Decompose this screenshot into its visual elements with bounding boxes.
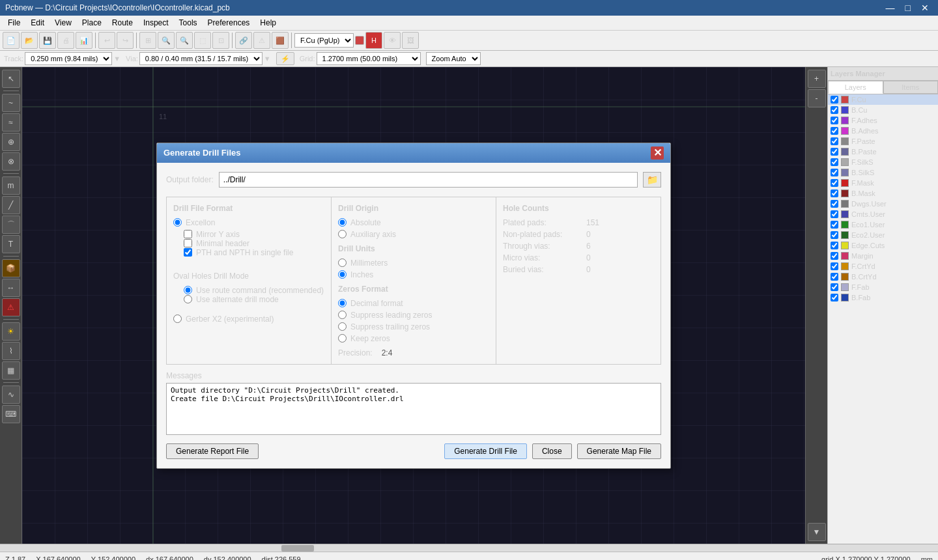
close-btn[interactable]: Close	[532, 443, 572, 459]
horizontal-scrollbar[interactable]	[0, 544, 938, 552]
print-btn[interactable]: 🖨	[57, 32, 74, 49]
measure-btn[interactable]: ↔	[2, 279, 20, 297]
layer-check-b-fab[interactable]	[831, 294, 838, 301]
layer-item-b-adhes[interactable]: B.Adhes	[828, 126, 938, 136]
zoom-area-btn[interactable]: ⬚	[194, 32, 211, 49]
save-btn[interactable]: 💾	[39, 32, 56, 49]
scroll-down-btn[interactable]: ▼	[808, 523, 826, 541]
plot-btn[interactable]: 📊	[76, 32, 92, 49]
render-btn[interactable]: 🖼	[402, 32, 419, 49]
maximize-btn[interactable]: □	[902, 3, 915, 13]
net-inspector-btn[interactable]: ⚡	[276, 52, 294, 65]
layer-item-b-crtyd[interactable]: B.CrtYd	[828, 272, 938, 282]
layer-check-f-mask[interactable]	[831, 179, 838, 187]
generate-report-btn[interactable]: Generate Report File	[166, 443, 259, 459]
suppress-leading-option[interactable]: Suppress leading zeros	[338, 311, 489, 320]
route-track-btn[interactable]: ~	[2, 94, 20, 112]
messages-area[interactable]: Output directory "D:\Circuit Projects\Dr…	[166, 383, 661, 435]
show-hide-btn[interactable]: 👁	[384, 32, 401, 49]
layer-select[interactable]: F.Cu (PgUp) B.Cu	[294, 33, 354, 48]
select-tool[interactable]: ↖	[2, 70, 20, 88]
layer-item-f-crtyd[interactable]: F.CrtYd	[828, 261, 938, 272]
layer-check-b-paste[interactable]	[831, 148, 838, 156]
track-select[interactable]: 0.250 mm (9.84 mils)	[25, 52, 112, 65]
pth-npth-option[interactable]: PTH and NPTH in single file	[184, 248, 324, 257]
redo-btn[interactable]: ↪	[117, 32, 134, 49]
drc-live-btn[interactable]: ⚠	[2, 298, 20, 316]
layer-check-b-adhes[interactable]	[831, 127, 838, 135]
fill-zones-btn[interactable]: ▦	[2, 361, 20, 380]
layer-item-b-fab[interactable]: B.Fab	[828, 292, 938, 303]
zoom-select[interactable]: Zoom Auto	[426, 52, 481, 65]
layer-check-b-cu[interactable]	[831, 106, 838, 114]
layer-check-f-silks[interactable]	[831, 158, 838, 166]
3d-btn[interactable]: 🟫	[272, 32, 289, 49]
use-route-option[interactable]: Use route command (recommended)	[184, 286, 324, 295]
h-scroll-thumb[interactable]	[281, 545, 314, 552]
close-btn[interactable]: ✕	[917, 3, 933, 13]
menu-edit[interactable]: Edit	[25, 17, 50, 29]
mm-option[interactable]: Millimeters	[338, 259, 489, 268]
layer-check-cmts-user[interactable]	[831, 210, 838, 218]
dialog-close-btn[interactable]: ✕	[651, 147, 664, 160]
generate-drill-btn[interactable]: Generate Drill File	[444, 443, 527, 459]
menu-route[interactable]: Route	[107, 17, 138, 29]
layer-item-b-silks[interactable]: B.SilkS	[828, 167, 938, 178]
netlist-btn[interactable]: 🔗	[235, 32, 252, 49]
add-pad-btn[interactable]: m	[2, 176, 20, 195]
tab-layers[interactable]: Layers	[828, 81, 883, 94]
layer-check-eco2-user[interactable]	[831, 231, 838, 239]
menu-preferences[interactable]: Preferences	[203, 17, 255, 29]
router-btn[interactable]: ⊕	[2, 133, 20, 151]
layer-check-b-silks[interactable]	[831, 169, 838, 176]
layer-item-eco1-user[interactable]: Eco1.User	[828, 219, 938, 230]
layer-check-eco1-user[interactable]	[831, 221, 838, 229]
pcb-canvas[interactable]: 11 12 13 14 15 16 17 18 3.3V Outp Genera…	[22, 67, 805, 544]
menu-view[interactable]: View	[50, 17, 77, 29]
layer-item-f-adhes[interactable]: F.Adhes	[828, 115, 938, 126]
menu-inspect[interactable]: Inspect	[138, 17, 174, 29]
layer-check-edge-cuts[interactable]	[831, 242, 838, 249]
layer-check-b-crtyd[interactable]	[831, 273, 838, 281]
highlight-net-btn[interactable]: ☀	[2, 322, 20, 341]
minimal-header-option[interactable]: Minimal header	[184, 239, 324, 248]
gerber-x2-option[interactable]: Gerber X2 (experimental)	[173, 315, 324, 324]
undo-btn[interactable]: ↩	[98, 32, 115, 49]
layer-check-margin[interactable]	[831, 252, 838, 260]
use-alternate-option[interactable]: Use alternate drill mode	[184, 295, 324, 304]
inches-option[interactable]: Inches	[338, 270, 489, 279]
drc-btn[interactable]: ⚠	[253, 32, 270, 49]
layer-check-f-crtyd[interactable]	[831, 262, 838, 270]
minimize-btn[interactable]: —	[882, 3, 899, 13]
add-text-btn[interactable]: T	[2, 235, 20, 253]
layer-color-btn[interactable]	[355, 36, 364, 45]
add-via-btn[interactable]: ⊗	[2, 152, 20, 171]
suppress-trailing-option[interactable]: Suppress trailing zeros	[338, 322, 489, 331]
tab-items[interactable]: Items	[883, 81, 939, 94]
draw-line-btn[interactable]: ╱	[2, 196, 20, 214]
layer-item-f-fab[interactable]: F.Fab	[828, 282, 938, 292]
mirror-y-option[interactable]: Mirror Y axis	[184, 230, 324, 239]
layer-check-f-fab[interactable]	[831, 283, 838, 291]
layer-item-b-cu[interactable]: B.Cu	[828, 105, 938, 115]
menu-tools[interactable]: Tools	[174, 17, 203, 29]
layer-check-f-paste[interactable]	[831, 137, 838, 145]
menu-place[interactable]: Place	[77, 17, 107, 29]
zoom-in-btn[interactable]: 🔍	[158, 32, 175, 49]
layer-item-margin[interactable]: Margin	[828, 251, 938, 261]
output-folder-input[interactable]	[219, 172, 638, 188]
aux-axis-option[interactable]: Auxiliary axis	[338, 230, 489, 239]
via-select[interactable]: 0.80 / 0.40 mm (31.5 / 15.7 mils)	[139, 52, 263, 65]
layer-check-f-cu[interactable]	[831, 96, 838, 104]
decimal-format-option[interactable]: Decimal format	[338, 299, 489, 308]
layer-item-f-paste[interactable]: F.Paste	[828, 136, 938, 147]
excellon-option[interactable]: Excellon	[173, 218, 324, 227]
layer-item-f-silks[interactable]: F.SilkS	[828, 157, 938, 167]
grid-select[interactable]: 1.2700 mm (50.00 mils)	[317, 52, 421, 65]
layer-item-cmts-user[interactable]: Cmts.User	[828, 209, 938, 219]
microwave-btn[interactable]: ∿	[2, 385, 20, 404]
layer-item-edge-cuts[interactable]: Edge.Cuts	[828, 240, 938, 251]
keep-zeros-option[interactable]: Keep zeros	[338, 334, 489, 343]
layer-item-f-cu[interactable]: F.Cu	[828, 94, 938, 105]
layer-check-f-adhes[interactable]	[831, 117, 838, 124]
